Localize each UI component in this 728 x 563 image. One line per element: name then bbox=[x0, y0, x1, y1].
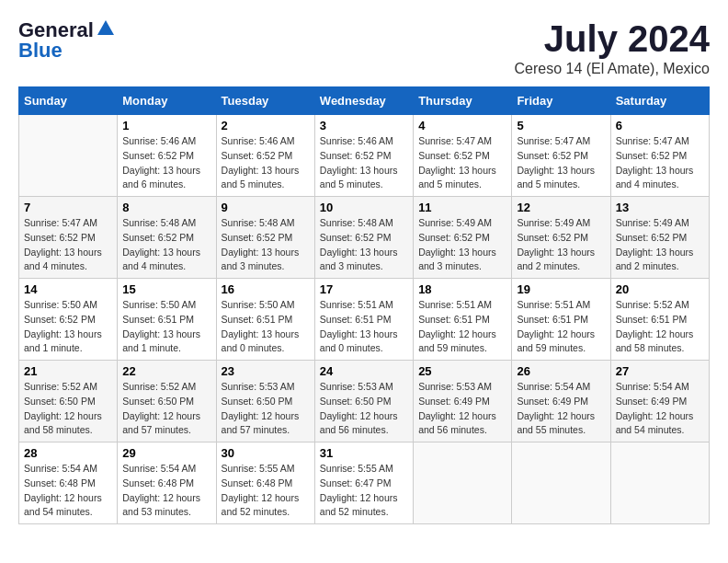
day-info: Sunrise: 5:46 AMSunset: 6:52 PMDaylight:… bbox=[222, 134, 310, 192]
day-info: Sunrise: 5:49 AMSunset: 6:52 PMDaylight:… bbox=[616, 216, 704, 274]
week-row-3: 14Sunrise: 5:50 AMSunset: 6:52 PMDayligh… bbox=[19, 279, 710, 361]
day-info: Sunrise: 5:47 AMSunset: 6:52 PMDaylight:… bbox=[517, 134, 605, 192]
day-number: 14 bbox=[24, 282, 112, 296]
day-info: Sunrise: 5:48 AMSunset: 6:52 PMDaylight:… bbox=[122, 216, 210, 274]
day-number: 21 bbox=[24, 364, 112, 378]
day-info: Sunrise: 5:50 AMSunset: 6:51 PMDaylight:… bbox=[222, 298, 310, 356]
calendar-cell: 10Sunrise: 5:48 AMSunset: 6:52 PMDayligh… bbox=[314, 197, 413, 279]
day-info: Sunrise: 5:47 AMSunset: 6:52 PMDaylight:… bbox=[616, 134, 704, 192]
day-info: Sunrise: 5:46 AMSunset: 6:52 PMDaylight:… bbox=[122, 134, 210, 192]
calendar-cell: 31Sunrise: 5:55 AMSunset: 6:47 PMDayligh… bbox=[314, 442, 413, 524]
col-thursday: Thursday bbox=[414, 87, 512, 115]
calendar-cell: 9Sunrise: 5:48 AMSunset: 6:52 PMDaylight… bbox=[216, 197, 314, 279]
col-monday: Monday bbox=[118, 87, 216, 115]
calendar-cell: 7Sunrise: 5:47 AMSunset: 6:52 PMDaylight… bbox=[19, 197, 118, 279]
day-number: 8 bbox=[122, 201, 210, 214]
calendar-title: July 2024 bbox=[514, 18, 710, 59]
day-info: Sunrise: 5:52 AMSunset: 6:50 PMDaylight:… bbox=[122, 380, 210, 438]
day-number: 19 bbox=[517, 282, 605, 296]
day-info: Sunrise: 5:49 AMSunset: 6:52 PMDaylight:… bbox=[517, 216, 605, 274]
week-row-4: 21Sunrise: 5:52 AMSunset: 6:50 PMDayligh… bbox=[19, 361, 710, 442]
calendar-cell: 5Sunrise: 5:47 AMSunset: 6:52 PMDaylight… bbox=[512, 115, 610, 197]
day-number: 6 bbox=[616, 119, 704, 132]
day-number: 10 bbox=[320, 201, 408, 214]
calendar-cell: 2Sunrise: 5:46 AMSunset: 6:52 PMDaylight… bbox=[216, 115, 314, 197]
day-number: 7 bbox=[24, 201, 112, 214]
day-number: 9 bbox=[222, 201, 310, 214]
col-friday: Friday bbox=[512, 87, 610, 115]
logo-icon bbox=[96, 18, 116, 39]
day-info: Sunrise: 5:50 AMSunset: 6:52 PMDaylight:… bbox=[24, 298, 112, 356]
calendar-cell: 20Sunrise: 5:52 AMSunset: 6:51 PMDayligh… bbox=[610, 279, 709, 361]
day-info: Sunrise: 5:53 AMSunset: 6:50 PMDaylight:… bbox=[222, 380, 310, 438]
calendar-cell: 6Sunrise: 5:47 AMSunset: 6:52 PMDaylight… bbox=[610, 115, 709, 197]
day-info: Sunrise: 5:50 AMSunset: 6:51 PMDaylight:… bbox=[122, 298, 210, 356]
day-number: 28 bbox=[24, 446, 112, 460]
day-number: 15 bbox=[122, 282, 210, 296]
day-number: 16 bbox=[222, 282, 310, 296]
day-info: Sunrise: 5:55 AMSunset: 6:47 PMDaylight:… bbox=[320, 462, 408, 520]
day-number: 4 bbox=[418, 119, 506, 132]
day-info: Sunrise: 5:49 AMSunset: 6:52 PMDaylight:… bbox=[418, 216, 506, 274]
title-area: July 2024 Cereso 14 (El Amate), Mexico bbox=[514, 18, 710, 77]
day-number: 27 bbox=[616, 364, 704, 378]
day-info: Sunrise: 5:48 AMSunset: 6:52 PMDaylight:… bbox=[222, 216, 310, 274]
header-row: Sunday Monday Tuesday Wednesday Thursday… bbox=[19, 87, 710, 115]
day-number: 2 bbox=[222, 119, 310, 132]
day-info: Sunrise: 5:51 AMSunset: 6:51 PMDaylight:… bbox=[320, 298, 408, 356]
day-number: 30 bbox=[222, 446, 310, 460]
week-row-2: 7Sunrise: 5:47 AMSunset: 6:52 PMDaylight… bbox=[19, 197, 710, 279]
day-info: Sunrise: 5:51 AMSunset: 6:51 PMDaylight:… bbox=[517, 298, 605, 356]
day-info: Sunrise: 5:54 AMSunset: 6:49 PMDaylight:… bbox=[616, 380, 704, 438]
day-info: Sunrise: 5:52 AMSunset: 6:50 PMDaylight:… bbox=[24, 380, 112, 438]
calendar-cell: 17Sunrise: 5:51 AMSunset: 6:51 PMDayligh… bbox=[314, 279, 413, 361]
calendar-cell bbox=[512, 442, 610, 524]
day-number: 1 bbox=[122, 119, 210, 132]
day-info: Sunrise: 5:54 AMSunset: 6:48 PMDaylight:… bbox=[24, 462, 112, 520]
calendar-cell: 8Sunrise: 5:48 AMSunset: 6:52 PMDaylight… bbox=[118, 197, 216, 279]
logo: General Blue bbox=[18, 18, 116, 63]
calendar-cell bbox=[414, 442, 512, 524]
calendar-header: Sunday Monday Tuesday Wednesday Thursday… bbox=[19, 87, 710, 115]
day-number: 5 bbox=[517, 119, 605, 132]
calendar-subtitle: Cereso 14 (El Amate), Mexico bbox=[514, 61, 710, 77]
day-info: Sunrise: 5:53 AMSunset: 6:50 PMDaylight:… bbox=[320, 380, 408, 438]
day-info: Sunrise: 5:55 AMSunset: 6:48 PMDaylight:… bbox=[222, 462, 310, 520]
calendar-cell: 24Sunrise: 5:53 AMSunset: 6:50 PMDayligh… bbox=[314, 361, 413, 442]
calendar-cell: 30Sunrise: 5:55 AMSunset: 6:48 PMDayligh… bbox=[216, 442, 314, 524]
calendar-cell: 14Sunrise: 5:50 AMSunset: 6:52 PMDayligh… bbox=[19, 279, 118, 361]
calendar-cell: 3Sunrise: 5:46 AMSunset: 6:52 PMDaylight… bbox=[314, 115, 413, 197]
col-saturday: Saturday bbox=[610, 87, 709, 115]
calendar-cell: 4Sunrise: 5:47 AMSunset: 6:52 PMDaylight… bbox=[414, 115, 512, 197]
week-row-5: 28Sunrise: 5:54 AMSunset: 6:48 PMDayligh… bbox=[19, 442, 710, 524]
logo-blue: Blue bbox=[18, 39, 63, 63]
day-info: Sunrise: 5:54 AMSunset: 6:49 PMDaylight:… bbox=[517, 380, 605, 438]
calendar-body: 1Sunrise: 5:46 AMSunset: 6:52 PMDaylight… bbox=[19, 115, 710, 524]
calendar-table: Sunday Monday Tuesday Wednesday Thursday… bbox=[18, 86, 710, 524]
week-row-1: 1Sunrise: 5:46 AMSunset: 6:52 PMDaylight… bbox=[19, 115, 710, 197]
day-number: 11 bbox=[418, 201, 506, 214]
calendar-cell bbox=[610, 442, 709, 524]
calendar-cell: 19Sunrise: 5:51 AMSunset: 6:51 PMDayligh… bbox=[512, 279, 610, 361]
calendar-cell bbox=[19, 115, 118, 197]
col-sunday: Sunday bbox=[19, 87, 118, 115]
day-info: Sunrise: 5:54 AMSunset: 6:48 PMDaylight:… bbox=[122, 462, 210, 520]
day-number: 20 bbox=[616, 282, 704, 296]
day-info: Sunrise: 5:51 AMSunset: 6:51 PMDaylight:… bbox=[418, 298, 506, 356]
day-info: Sunrise: 5:52 AMSunset: 6:51 PMDaylight:… bbox=[616, 298, 704, 356]
calendar-cell: 1Sunrise: 5:46 AMSunset: 6:52 PMDaylight… bbox=[118, 115, 216, 197]
day-info: Sunrise: 5:53 AMSunset: 6:49 PMDaylight:… bbox=[418, 380, 506, 438]
calendar-cell: 28Sunrise: 5:54 AMSunset: 6:48 PMDayligh… bbox=[19, 442, 118, 524]
calendar-cell: 27Sunrise: 5:54 AMSunset: 6:49 PMDayligh… bbox=[610, 361, 709, 442]
calendar-cell: 22Sunrise: 5:52 AMSunset: 6:50 PMDayligh… bbox=[118, 361, 216, 442]
calendar-cell: 15Sunrise: 5:50 AMSunset: 6:51 PMDayligh… bbox=[118, 279, 216, 361]
day-number: 25 bbox=[418, 364, 506, 378]
day-number: 23 bbox=[222, 364, 310, 378]
day-number: 26 bbox=[517, 364, 605, 378]
calendar-cell: 23Sunrise: 5:53 AMSunset: 6:50 PMDayligh… bbox=[216, 361, 314, 442]
day-number: 3 bbox=[320, 119, 408, 132]
day-info: Sunrise: 5:46 AMSunset: 6:52 PMDaylight:… bbox=[320, 134, 408, 192]
calendar-cell: 16Sunrise: 5:50 AMSunset: 6:51 PMDayligh… bbox=[216, 279, 314, 361]
calendar-cell: 25Sunrise: 5:53 AMSunset: 6:49 PMDayligh… bbox=[414, 361, 512, 442]
header: General Blue July 2024 Cereso 14 (El Ama… bbox=[18, 18, 710, 77]
